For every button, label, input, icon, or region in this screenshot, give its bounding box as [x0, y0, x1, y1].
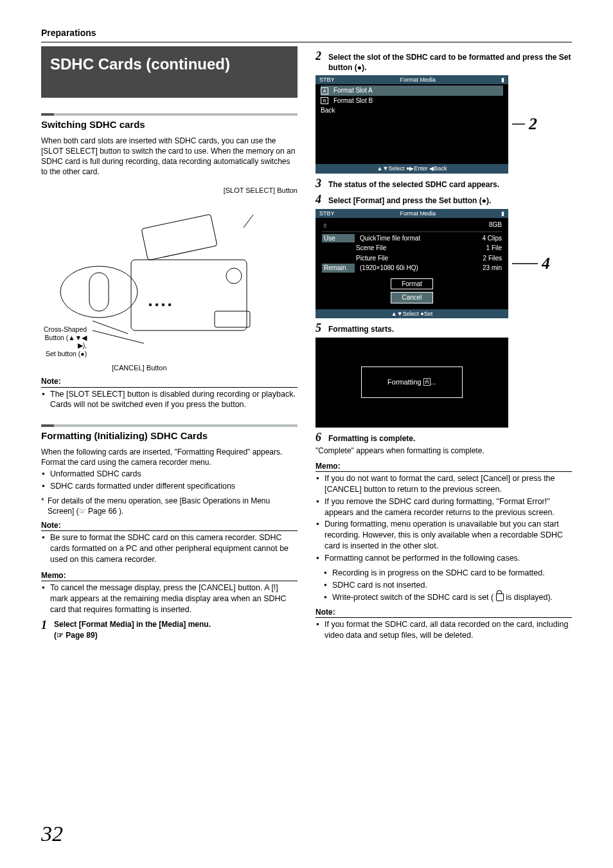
step-text: Formatting is complete.: [328, 431, 415, 444]
memo-subitem: Write-protect switch of the SDHC card is…: [332, 592, 572, 603]
menu-screen-1: STBYFormat Media▮ AFormat Slot A BFormat…: [315, 75, 508, 173]
svg-rect-5: [215, 311, 250, 327]
note-item: Be sure to format the SDHC card on this …: [50, 532, 298, 565]
step-number: 3: [315, 177, 324, 190]
paragraph: "Complete" appears when formatting is co…: [315, 446, 572, 456]
step-number: 4: [315, 194, 324, 206]
note-label: Note:: [41, 376, 298, 386]
callout-line: [512, 120, 525, 128]
memo-subitem: Recording is in progress on the SDHC car…: [332, 568, 572, 579]
step-number: 1: [41, 619, 50, 632]
step: 5 Formatting starts.: [315, 322, 572, 335]
memo-label: Memo:: [315, 461, 572, 471]
two-column-layout: SDHC Cards (continued) Switching SDHC ca…: [41, 46, 572, 645]
step-text: Select [Format Media] in the [Media] men…: [54, 618, 211, 629]
callout-line: [512, 260, 538, 267]
cancel-button: Cancel: [391, 292, 432, 303]
note-label: Note:: [41, 520, 298, 530]
note-rule: [41, 530, 298, 531]
svg-rect-0: [131, 260, 247, 330]
memo-list: If you do not want to format the card, s…: [315, 473, 572, 564]
step: 1 Select [Format Media] in the [Media] m…: [41, 619, 298, 641]
memo-list: To cancel the message display, press the…: [41, 583, 298, 615]
footnote: For details of the menu operation, see […: [41, 496, 298, 516]
lock-icon: [496, 593, 504, 601]
step: 2 Select the slot of the SDHC card to be…: [315, 50, 572, 73]
svg-point-9: [168, 303, 171, 306]
step-text: The status of the selected SDHC card app…: [328, 177, 499, 190]
step: 6 Formatting is complete.: [315, 431, 572, 444]
step-number: 5: [315, 322, 324, 335]
page-number: 32: [41, 819, 63, 849]
right-column: 2 Select the slot of the SDHC card to be…: [315, 46, 572, 645]
svg-rect-3: [89, 273, 109, 311]
screen-with-callout: STBYFormat Media▮ ▯8GB UseQuickTime file…: [315, 209, 572, 318]
page-title: SDHC Cards (continued): [41, 46, 298, 98]
page: Preparations SDHC Cards (continued) Swit…: [0, 0, 613, 868]
svg-point-6: [149, 303, 152, 306]
screen-formatting: Formatting 🄰...: [315, 338, 572, 428]
note-list: Be sure to format the SDHC card on this …: [41, 532, 298, 565]
callout-number: 2: [529, 116, 537, 132]
step-number: 6: [315, 431, 324, 444]
list-item: Unformatted SDHC cards: [50, 469, 298, 480]
step-text: Formatting starts.: [328, 322, 394, 334]
note-rule: [315, 617, 572, 618]
format-button: Format: [391, 278, 433, 290]
svg-rect-1: [141, 214, 217, 260]
note-item: The [SLOT SELECT] button is disabled dur…: [50, 389, 298, 411]
svg-point-4: [226, 268, 242, 284]
step: 4 Select [Format] and press the Set butt…: [315, 194, 572, 206]
menu-screen-2: STBYFormat Media▮ ▯8GB UseQuickTime file…: [315, 209, 508, 318]
memo-item: During formatting, menu operation is una…: [324, 519, 572, 552]
memo-subitem: SDHC card is not inserted.: [332, 580, 572, 591]
step-number: 2: [315, 50, 324, 63]
memo-item: If you do not want to format the card, s…: [324, 473, 572, 495]
formatting-screen: Formatting 🄰...: [315, 338, 508, 428]
bullet-list: Unformatted SDHC cards SDHC cards format…: [41, 469, 298, 492]
diagram-label-bottom: [CANCEL] Button: [112, 363, 298, 373]
note-list: If you format the SDHC card, all data re…: [315, 619, 572, 641]
callout-number: 4: [542, 255, 550, 272]
note-list: The [SLOT SELECT] button is disabled dur…: [41, 389, 298, 411]
svg-point-7: [155, 303, 158, 306]
memo-rule: [41, 581, 298, 581]
step: 3 The status of the selected SDHC card a…: [315, 177, 572, 190]
memo-rule: [315, 471, 572, 472]
svg-point-8: [162, 303, 164, 306]
memo-item: If you remove the SDHC card during forma…: [324, 496, 572, 518]
section-rule: [41, 113, 298, 116]
step-ref: (☞ Page 89): [54, 629, 98, 640]
section-rule: [41, 424, 298, 427]
svg-point-2: [60, 266, 138, 318]
memo-sublist: Recording is in progress on the SDHC car…: [323, 568, 572, 603]
screen-with-callout: STBYFormat Media▮ AFormat Slot A BFormat…: [315, 75, 572, 173]
note-rule: [41, 387, 298, 388]
step-text: Select the slot of the SDHC card to be f…: [328, 50, 572, 73]
section-heading: Formatting (Initializing) SDHC Cards: [41, 429, 298, 442]
step-text: Select [Format] and press the Set button…: [328, 194, 491, 206]
diagram-label-top: [SLOT SELECT] Button: [41, 186, 298, 195]
left-column: SDHC Cards (continued) Switching SDHC ca…: [41, 46, 298, 645]
memo-item: Formatting cannot be performed in the fo…: [324, 553, 572, 564]
section-header: Preparations: [41, 27, 572, 42]
paragraph: When the following cards are inserted, "…: [41, 447, 298, 467]
note-item: If you format the SDHC card, all data re…: [324, 619, 572, 641]
note-label: Note:: [315, 607, 572, 617]
paragraph: When both card slots are inserted with S…: [41, 136, 298, 177]
section-heading: Switching SDHC cards: [41, 118, 298, 131]
memo-label: Memo:: [41, 570, 298, 581]
list-item: SDHC cards formatted under different spe…: [50, 481, 298, 492]
memo-item: To cancel the message display, press the…: [50, 583, 298, 615]
diagram-label-left: Cross-Shaped Button (▲▼◀ ▶), Set button …: [44, 325, 87, 357]
